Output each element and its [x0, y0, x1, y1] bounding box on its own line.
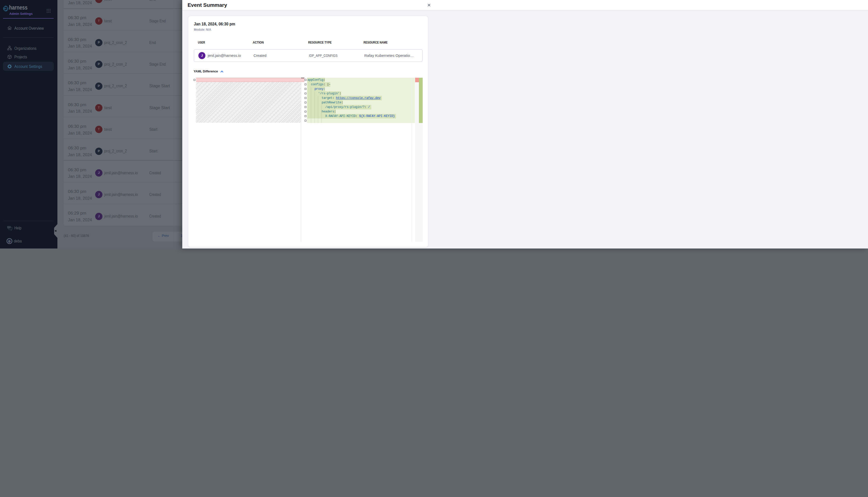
svg-text:?: ? — [8, 226, 10, 228]
